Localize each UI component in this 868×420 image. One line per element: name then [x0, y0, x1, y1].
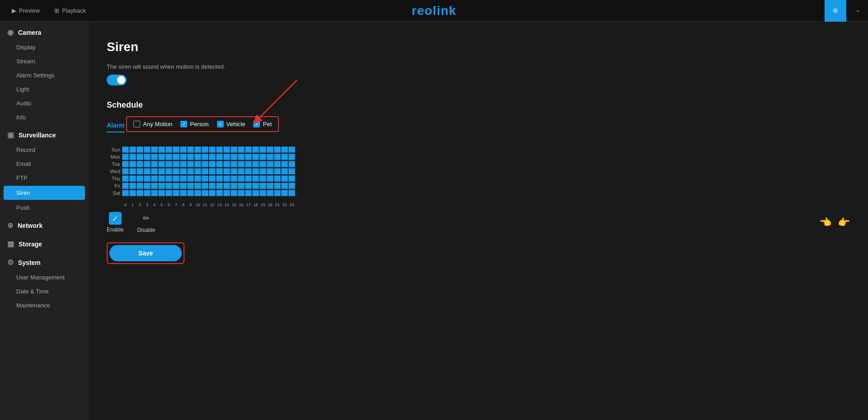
save-button[interactable]: Save: [109, 245, 182, 261]
grid-cell-sun-9[interactable]: [187, 146, 194, 153]
grid-cell-sat-2[interactable]: [137, 190, 143, 196]
grid-cell-wed-3[interactable]: [144, 168, 151, 175]
alarm-tab[interactable]: Alarm: [107, 119, 125, 132]
checkbox-person[interactable]: Person: [180, 121, 208, 127]
grid-cell-tue-20[interactable]: [267, 161, 274, 167]
grid-cell-mon-3[interactable]: [144, 154, 151, 160]
grid-cell-tue-17[interactable]: [245, 161, 252, 167]
grid-cell-fri-6[interactable]: [165, 183, 172, 189]
grid-cell-fri-23[interactable]: [288, 183, 295, 189]
grid-cell-sun-15[interactable]: [231, 146, 237, 153]
playback-nav-item[interactable]: ⊞ Playback: [48, 4, 92, 18]
logout-button[interactable]: →: [846, 0, 868, 22]
cb-any-motion[interactable]: [133, 121, 140, 127]
grid-cell-mon-14[interactable]: [223, 154, 230, 160]
grid-cell-tue-13[interactable]: [216, 161, 223, 167]
checkbox-vehicle[interactable]: Vehicle: [217, 121, 245, 127]
grid-cell-sun-20[interactable]: [267, 146, 274, 153]
sidebar-item-light[interactable]: Light: [0, 82, 89, 96]
grid-cell-mon-18[interactable]: [252, 154, 259, 160]
sidebar-item-info[interactable]: Info: [0, 110, 89, 124]
grid-cell-tue-2[interactable]: [137, 161, 143, 167]
grid-cell-tue-15[interactable]: [231, 161, 237, 167]
grid-cell-wed-0[interactable]: [122, 168, 129, 175]
grid-cell-sat-20[interactable]: [267, 190, 274, 196]
cb-person[interactable]: [180, 121, 187, 127]
grid-cell-sun-21[interactable]: [274, 146, 281, 153]
grid-cell-wed-22[interactable]: [281, 168, 288, 175]
grid-cell-sat-14[interactable]: [223, 190, 230, 196]
grid-cell-sat-0[interactable]: [122, 190, 129, 196]
grid-cell-wed-12[interactable]: [209, 168, 216, 175]
grid-cell-mon-21[interactable]: [274, 154, 281, 160]
grid-cell-wed-13[interactable]: [216, 168, 223, 175]
grid-cell-thu-4[interactable]: [151, 175, 158, 182]
grid-cell-fri-21[interactable]: [274, 183, 281, 189]
grid-cell-thu-8[interactable]: [180, 175, 187, 182]
grid-cell-fri-18[interactable]: [252, 183, 259, 189]
grid-cell-sun-6[interactable]: [165, 146, 172, 153]
grid-cell-wed-23[interactable]: [288, 168, 295, 175]
grid-cell-sun-16[interactable]: [238, 146, 245, 153]
grid-cell-fri-14[interactable]: [223, 183, 230, 189]
grid-cell-wed-21[interactable]: [274, 168, 281, 175]
grid-cell-sat-17[interactable]: [245, 190, 252, 196]
grid-cell-thu-22[interactable]: [281, 175, 288, 182]
grid-cell-mon-1[interactable]: [129, 154, 136, 160]
grid-cell-sun-7[interactable]: [173, 146, 179, 153]
grid-cell-wed-8[interactable]: [180, 168, 187, 175]
grid-cell-fri-12[interactable]: [209, 183, 216, 189]
grid-cell-tue-3[interactable]: [144, 161, 151, 167]
grid-cell-fri-17[interactable]: [245, 183, 252, 189]
grid-cell-wed-11[interactable]: [202, 168, 208, 175]
grid-cell-fri-15[interactable]: [231, 183, 237, 189]
sidebar-item-audio[interactable]: Audio: [0, 96, 89, 110]
sidebar-item-user-management[interactable]: User Management: [0, 270, 89, 284]
grid-cell-fri-0[interactable]: [122, 183, 129, 189]
grid-cell-wed-6[interactable]: [165, 168, 172, 175]
grid-cell-tue-23[interactable]: [288, 161, 295, 167]
grid-cell-wed-4[interactable]: [151, 168, 158, 175]
grid-cell-sun-17[interactable]: [245, 146, 252, 153]
grid-cell-mon-9[interactable]: [187, 154, 194, 160]
checkbox-any-motion[interactable]: Any Motion: [133, 121, 172, 127]
grid-cell-tue-10[interactable]: [194, 161, 201, 167]
grid-cell-thu-3[interactable]: [144, 175, 151, 182]
grid-cell-mon-17[interactable]: [245, 154, 252, 160]
grid-cell-thu-10[interactable]: [194, 175, 201, 182]
grid-cell-thu-6[interactable]: [165, 175, 172, 182]
grid-cell-thu-17[interactable]: [245, 175, 252, 182]
grid-cell-fri-13[interactable]: [216, 183, 223, 189]
grid-cell-mon-11[interactable]: [202, 154, 208, 160]
grid-cell-fri-2[interactable]: [137, 183, 143, 189]
grid-cell-sun-11[interactable]: [202, 146, 208, 153]
grid-cell-mon-2[interactable]: [137, 154, 143, 160]
grid-cell-sun-23[interactable]: [288, 146, 295, 153]
grid-cell-thu-0[interactable]: [122, 175, 129, 182]
grid-cell-wed-5[interactable]: [158, 168, 165, 175]
grid-cell-wed-14[interactable]: [223, 168, 230, 175]
grid-cell-sun-10[interactable]: [194, 146, 201, 153]
sidebar-section-surveillance[interactable]: ▣ Surveillance: [0, 124, 89, 143]
grid-cell-tue-8[interactable]: [180, 161, 187, 167]
sidebar-section-storage[interactable]: ▦ Storage: [0, 233, 89, 252]
settings-button[interactable]: ⚙: [825, 0, 846, 22]
grid-cell-tue-22[interactable]: [281, 161, 288, 167]
grid-cell-sat-11[interactable]: [202, 190, 208, 196]
grid-cell-tue-21[interactable]: [274, 161, 281, 167]
grid-cell-thu-14[interactable]: [223, 175, 230, 182]
grid-cell-wed-15[interactable]: [231, 168, 237, 175]
siren-toggle[interactable]: [107, 75, 127, 85]
grid-cell-tue-6[interactable]: [165, 161, 172, 167]
grid-cell-tue-11[interactable]: [202, 161, 208, 167]
grid-cell-sat-21[interactable]: [274, 190, 281, 196]
grid-cell-thu-7[interactable]: [173, 175, 179, 182]
grid-cell-thu-16[interactable]: [238, 175, 245, 182]
grid-cell-sat-1[interactable]: [129, 190, 136, 196]
grid-cell-thu-12[interactable]: [209, 175, 216, 182]
preview-nav-item[interactable]: ▶ Preview: [5, 4, 46, 18]
grid-cell-thu-20[interactable]: [267, 175, 274, 182]
grid-cell-tue-5[interactable]: [158, 161, 165, 167]
grid-cell-sat-12[interactable]: [209, 190, 216, 196]
grid-cell-tue-14[interactable]: [223, 161, 230, 167]
